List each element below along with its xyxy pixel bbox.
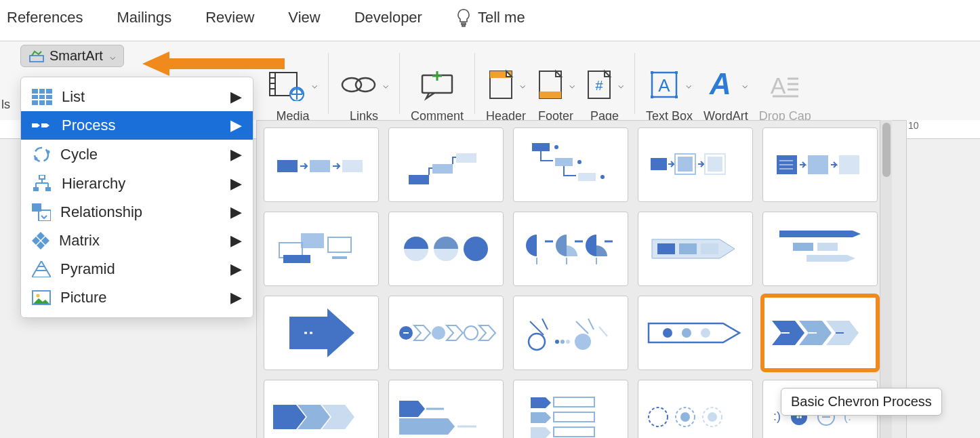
header-icon bbox=[487, 68, 514, 101]
dropdown-label: Pyramid bbox=[60, 260, 115, 278]
page-number-icon: # bbox=[586, 68, 613, 101]
group-links[interactable]: ⌵ Links bbox=[334, 43, 394, 123]
thumb-circle-process[interactable] bbox=[388, 212, 504, 286]
svg-rect-31 bbox=[30, 56, 43, 62]
picture-icon bbox=[32, 290, 51, 305]
group-textbox[interactable]: A ⌵ Text Box bbox=[640, 43, 698, 123]
svg-rect-59 bbox=[532, 143, 550, 151]
thumb-closed-chevron-process[interactable] bbox=[264, 380, 379, 438]
svg-rect-120 bbox=[554, 427, 594, 437]
group-dropcap[interactable]: A Drop Cap bbox=[754, 43, 817, 123]
matrix-icon bbox=[32, 232, 49, 250]
group-header[interactable]: ⌵ Header bbox=[481, 43, 531, 123]
thumb-detailed-process[interactable] bbox=[762, 127, 878, 202]
svg-rect-56 bbox=[409, 175, 429, 184]
group-footer[interactable]: ⌵ Footer bbox=[531, 43, 580, 123]
svg-text:A: A bbox=[709, 68, 731, 100]
thumb-continuous-arrow-process[interactable] bbox=[638, 296, 753, 370]
tab-view[interactable]: View bbox=[288, 9, 320, 26]
svg-rect-69 bbox=[708, 157, 722, 172]
smartart-dropdown[interactable]: List ▶ Process ▶ Cycle ▶ Hierarchy ▶ Rel… bbox=[20, 77, 253, 318]
thumb-step-down-process[interactable] bbox=[513, 127, 628, 202]
thumb-continuous-block-process[interactable] bbox=[638, 212, 753, 286]
svg-point-111 bbox=[682, 328, 691, 338]
tell-me[interactable]: Tell me bbox=[456, 8, 525, 27]
chevron-down-icon: ⌵ bbox=[383, 79, 388, 90]
submenu-caret-icon: ▶ bbox=[230, 232, 242, 250]
tab-review[interactable]: Review bbox=[205, 9, 254, 26]
chevron-down-icon: ⌵ bbox=[569, 79, 575, 90]
svg-point-98 bbox=[432, 326, 445, 340]
svg-point-64 bbox=[600, 175, 605, 179]
svg-rect-42 bbox=[45, 187, 51, 191]
svg-rect-65 bbox=[651, 158, 667, 170]
dropdown-pyramid[interactable]: Pyramid ▶ bbox=[21, 255, 253, 283]
separator bbox=[474, 53, 475, 114]
group-wordart[interactable]: A ⌵ WordArt bbox=[698, 43, 754, 123]
thumb-basic-chevron-process[interactable] bbox=[762, 296, 878, 370]
scrollbar-handle[interactable] bbox=[882, 123, 891, 177]
svg-point-60 bbox=[554, 145, 558, 149]
svg-line-102 bbox=[542, 319, 548, 330]
svg-rect-57 bbox=[432, 164, 453, 174]
tab-mailings[interactable]: Mailings bbox=[117, 9, 172, 26]
links-icon bbox=[340, 71, 377, 98]
wordart-icon: A bbox=[704, 68, 737, 101]
lightbulb-icon bbox=[456, 8, 471, 27]
pyramid-icon bbox=[32, 261, 51, 277]
tab-references[interactable]: References bbox=[7, 9, 83, 26]
smartart-button[interactable]: SmartArt ⌵ bbox=[20, 45, 124, 67]
dropdown-cycle[interactable]: Cycle ▶ bbox=[21, 140, 253, 170]
thumb-chevron-list[interactable] bbox=[388, 380, 504, 438]
separator bbox=[634, 53, 635, 114]
thumb-circle-arrow-process[interactable] bbox=[388, 296, 504, 370]
separator bbox=[328, 53, 329, 114]
svg-rect-40 bbox=[39, 175, 45, 179]
svg-point-103 bbox=[555, 340, 559, 344]
thumb-random-to-result-process[interactable] bbox=[513, 296, 628, 370]
tab-developer[interactable]: Developer bbox=[354, 9, 422, 26]
svg-rect-91 bbox=[679, 243, 697, 254]
process-icon bbox=[32, 119, 52, 132]
chevron-down-icon: ⌵ bbox=[618, 79, 624, 90]
group-comment[interactable]: Comment bbox=[405, 43, 469, 123]
dropdown-label: Cycle bbox=[60, 146, 98, 163]
svg-line-107 bbox=[576, 321, 588, 334]
thumb-step-up-process[interactable] bbox=[388, 127, 504, 202]
svg-text:A: A bbox=[771, 73, 786, 98]
thumb-sub-step-process[interactable] bbox=[638, 380, 753, 438]
thumb-process-arrows[interactable] bbox=[264, 296, 379, 370]
cycle-icon bbox=[32, 145, 51, 164]
tooltip: Basic Chevron Process bbox=[781, 388, 942, 416]
dropdown-label: Picture bbox=[60, 289, 106, 306]
submenu-caret-icon: ▶ bbox=[230, 289, 242, 306]
thumb-alternating-flow[interactable] bbox=[638, 127, 753, 202]
dropcap-icon: A bbox=[769, 69, 801, 102]
chevron-down-icon: ⌵ bbox=[686, 79, 691, 90]
svg-point-52 bbox=[37, 294, 40, 298]
svg-point-99 bbox=[464, 326, 478, 340]
dropdown-hierarchy[interactable]: Hierarchy ▶ bbox=[21, 170, 253, 198]
svg-rect-119 bbox=[554, 412, 594, 422]
dropdown-matrix[interactable]: Matrix ▶ bbox=[21, 226, 253, 255]
dropdown-picture[interactable]: Picture ▶ bbox=[21, 283, 253, 312]
thumb-vertical-chevron-list[interactable] bbox=[513, 380, 628, 438]
svg-rect-93 bbox=[793, 243, 813, 251]
svg-text:#: # bbox=[596, 78, 604, 93]
thumb-basic-process[interactable] bbox=[264, 127, 379, 202]
svg-point-38 bbox=[47, 151, 50, 154]
thumb-accent-process[interactable] bbox=[264, 212, 379, 286]
dropdown-label: Process bbox=[62, 117, 115, 134]
thumb-pie-process[interactable] bbox=[513, 212, 628, 286]
thumb-increasing-arrows-process[interactable] bbox=[762, 212, 878, 286]
dropdown-process[interactable]: Process ▶ bbox=[21, 111, 253, 140]
svg-rect-77 bbox=[328, 237, 351, 252]
dropdown-relationship[interactable]: Relationship ▶ bbox=[21, 198, 253, 226]
chevron-down-icon: ⌵ bbox=[742, 79, 748, 90]
group-page[interactable]: # ⌵ Page bbox=[580, 43, 629, 123]
chevron-down-icon: ⌵ bbox=[110, 51, 115, 62]
svg-point-121 bbox=[649, 407, 668, 426]
dropdown-list[interactable]: List ▶ bbox=[21, 83, 253, 111]
submenu-caret-icon: ▶ bbox=[230, 175, 242, 193]
svg-point-83 bbox=[464, 237, 488, 261]
